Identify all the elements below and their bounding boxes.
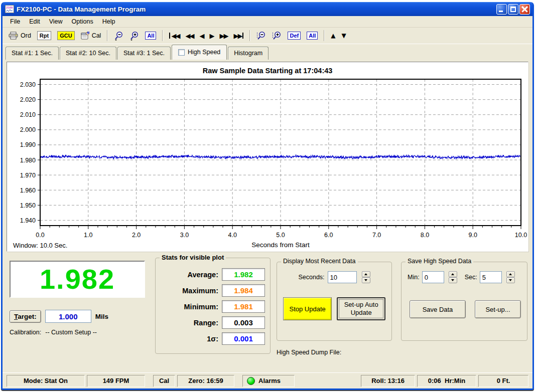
svg-text:1.980: 1.980 [20, 157, 36, 164]
nav-next-button[interactable]: ▶ [206, 31, 216, 41]
tab-stat2[interactable]: Stat #2: 10 Sec. [60, 47, 116, 60]
scroll-up-button[interactable]: ▲ [328, 31, 338, 41]
tab-stat3[interactable]: Stat #3: 1 Sec. [117, 47, 171, 60]
gcu-label: GCU [57, 31, 74, 40]
minimum-value: 1.981 [222, 300, 265, 313]
nav-prev-button[interactable]: ◀ [196, 31, 206, 41]
current-value: 1.982 [40, 265, 115, 293]
app-icon-wave [6, 9, 13, 13]
rpt-label: Rpt [37, 31, 51, 40]
toolbar-separator [324, 30, 325, 41]
status-cal: Cal [153, 375, 175, 387]
minimize-button[interactable] [496, 4, 507, 15]
chart-plot[interactable]: 2.0302.0202.0102.0001.9901.9801.9701.960… [7, 76, 530, 250]
fit-all-vertical-button[interactable]: All [304, 30, 321, 42]
setup-auto-update-button[interactable]: Set-up Auto Update [337, 297, 385, 320]
min-field[interactable]: 0 [422, 271, 444, 283]
fit-all-vertical-label: All [307, 32, 318, 40]
sec-field[interactable]: 5 [480, 271, 502, 283]
svg-text:1.990: 1.990 [20, 141, 36, 148]
nav-next-fast-button[interactable]: ▶▶ [216, 31, 230, 41]
svg-text:2.010: 2.010 [20, 111, 36, 118]
chart-window-label: Window: 10.0 Sec. [13, 242, 67, 249]
nav-first-button[interactable]: ◀◀ [166, 31, 182, 41]
window-title: FX2100-PC - Data Management Program [17, 6, 495, 13]
min-stepper [449, 271, 457, 283]
nav-last-button[interactable]: ▶▶ [230, 31, 246, 41]
svg-text:7.0: 7.0 [372, 232, 381, 239]
min-stepper-down[interactable] [449, 277, 457, 283]
stats-groupbox: Stats for visible plot Average: 1.982 Ma… [155, 258, 271, 354]
target-units-label: Mils [95, 313, 108, 320]
menu-file[interactable]: File [6, 17, 25, 27]
default-scale-vertical-button[interactable]: Def [285, 30, 304, 42]
cal-button[interactable]: 1 Cal [78, 30, 104, 42]
seconds-stepper-down[interactable] [362, 277, 370, 283]
menu-edit[interactable]: Edit [25, 17, 45, 27]
save-data-button[interactable]: Save Data [410, 300, 466, 318]
tab-strip: Stat #1: 1 Sec. Stat #2: 10 Sec. Stat #3… [3, 44, 532, 60]
sec-label: Sec: [465, 274, 477, 281]
scroll-down-icon: ▼ [341, 33, 346, 39]
display-recent-title: Display Most Recent Data [281, 258, 358, 265]
zoom-in-horizontal-button[interactable] [126, 29, 142, 43]
cal-label: Cal [92, 32, 101, 39]
nav-prev-fast-button[interactable]: ◀◀ [182, 31, 196, 41]
magnifier-minus-icon [114, 31, 123, 41]
calibration-label: Calibration: [10, 329, 41, 336]
save-group-title: Save High Speed Data [406, 258, 473, 265]
svg-text:1.940: 1.940 [20, 217, 36, 224]
tab-high-speed[interactable]: High Speed [172, 45, 227, 60]
zoom-out-vertical-button[interactable] [253, 29, 269, 43]
menu-help[interactable]: Help [98, 17, 120, 27]
calibration-value: -- Custom Setup -- [45, 329, 97, 336]
stop-update-button[interactable]: Stop Update [283, 297, 332, 320]
default-scale-label: Def [288, 32, 301, 40]
zoom-in-vertical-button[interactable] [269, 29, 285, 43]
nav-next-fast-icon: ▶▶ [219, 33, 227, 39]
down-arrow-icon [451, 279, 454, 281]
svg-text:3.0: 3.0 [180, 232, 189, 239]
scroll-down-button[interactable]: ▼ [338, 31, 349, 41]
menu-view[interactable]: View [45, 17, 67, 27]
sec-stepper-down[interactable] [506, 277, 515, 283]
status-zero: Zero: 16:59 [177, 375, 234, 387]
range-value: 0.003 [222, 316, 265, 329]
status-runtime: 0:06 Hr:Min [417, 375, 476, 387]
close-button[interactable] [519, 4, 530, 15]
zoom-out-horizontal-button[interactable] [111, 29, 126, 43]
chart-title: Raw Sample Data Starting at 17:04:43 [7, 62, 528, 76]
gcu-button[interactable]: GCU [54, 29, 77, 42]
menu-options[interactable]: Options [67, 17, 98, 27]
scroll-up-icon: ▲ [331, 33, 335, 39]
seconds-label: Seconds: [298, 274, 324, 281]
stat-row-range: Range: 0.003 [156, 316, 265, 329]
tab-histogram[interactable]: Histogram [228, 47, 269, 60]
nav-prev-fast-icon: ◀◀ [185, 33, 193, 39]
cal-properties-icon: 1 [81, 32, 90, 40]
display-recent-groupbox: Display Most Recent Data Seconds: 10 Sto… [277, 262, 392, 341]
seconds-field[interactable]: 10 [328, 271, 357, 283]
seconds-stepper-up[interactable] [362, 271, 370, 277]
save-setup-button[interactable]: Set-up... [475, 300, 521, 318]
high-speed-checkbox[interactable] [178, 49, 185, 56]
svg-text:1.970: 1.970 [20, 172, 36, 179]
magnifier-plus-icon [272, 31, 282, 41]
sec-stepper-up[interactable] [506, 271, 515, 277]
min-stepper-up[interactable] [449, 271, 457, 277]
titlebar[interactable]: 2100 FX2100-PC - Data Management Program [3, 2, 532, 16]
svg-text:9.0: 9.0 [469, 232, 477, 239]
sec-stepper [506, 271, 515, 283]
maximize-button[interactable] [508, 4, 518, 15]
target-value-field[interactable]: 1.000 [45, 310, 91, 323]
print-ord-button[interactable]: Ord [6, 30, 34, 42]
tab-stat1[interactable]: Stat #1: 1 Sec. [6, 47, 59, 60]
svg-text:8.0: 8.0 [421, 232, 429, 239]
fit-all-horizontal-button[interactable]: All [142, 30, 159, 42]
rpt-button[interactable]: Rpt [34, 29, 54, 42]
svg-text:1.950: 1.950 [20, 202, 36, 209]
stat-row-average: Average: 1.982 [156, 268, 265, 281]
readout-column: 1.982 Target: 1.000 Mils Calibration: --… [10, 258, 149, 369]
up-arrow-icon [364, 273, 367, 275]
target-button[interactable]: Target: [10, 310, 41, 323]
